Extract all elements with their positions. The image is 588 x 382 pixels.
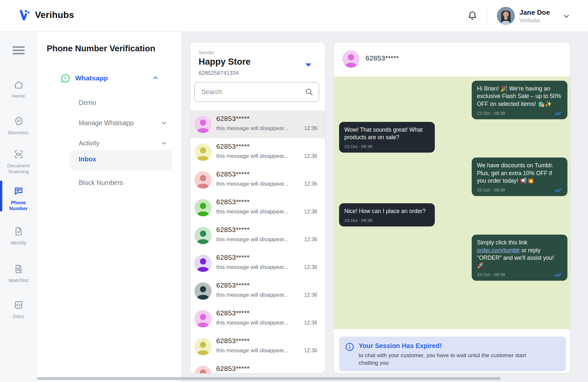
conversation-number: 62853***** bbox=[216, 198, 250, 206]
chat-contact-number: 62853***** bbox=[366, 54, 399, 62]
conversation-number: 62853***** bbox=[216, 170, 250, 178]
conversation-preview: this message will disappear... bbox=[216, 181, 288, 187]
verihubs-logo-icon bbox=[18, 8, 31, 22]
nav-item-label: Manage Whatsapp bbox=[79, 119, 134, 126]
notification-bell-icon[interactable] bbox=[467, 10, 478, 21]
conversation-time: 12:36 bbox=[304, 348, 317, 354]
conversation-panel: Sender Happy Store 6285256741334 62853**… bbox=[190, 42, 325, 373]
chevron-down-icon[interactable] bbox=[161, 140, 168, 147]
conversation-preview: this message will disappear... bbox=[216, 125, 288, 132]
svg-text:AI: AI bbox=[17, 119, 20, 123]
nav-item-inbox[interactable]: Inbox bbox=[70, 150, 172, 170]
sidebar-item-label: Docs bbox=[0, 313, 37, 319]
message-text: Wow! That sounds great! What products ar… bbox=[344, 126, 430, 141]
sender-dropdown-caret-icon[interactable] bbox=[305, 63, 311, 67]
message-timestamp: 23 Oct - 09:39 bbox=[344, 144, 372, 149]
app-root: Verihubs Jane Doe Verihubs bbox=[0, 0, 588, 382]
message-text: Nice! How can I place an order? bbox=[344, 208, 430, 215]
conversation-list-item[interactable]: 62853*****this message will disappear...… bbox=[190, 277, 325, 305]
phone-number-icon bbox=[13, 186, 24, 196]
conversation-list-item[interactable]: 62853***** bbox=[190, 360, 325, 373]
message-text: Simply click this link order.com/tumblr … bbox=[477, 239, 562, 269]
contact-avatar bbox=[194, 282, 212, 300]
message-text: Hi Brian! 🎉 We're having an exclusive Fl… bbox=[477, 85, 562, 108]
nav-item-block-numbers[interactable]: Block Numbers bbox=[79, 179, 172, 187]
sidebar-item-label: Document Scanning bbox=[0, 163, 37, 175]
sender-label: Sender bbox=[199, 50, 214, 55]
conversation-list-item[interactable]: 62853*****this message will disappear...… bbox=[190, 222, 325, 249]
sidebar-item-biometric[interactable]: AIBiometric bbox=[0, 116, 37, 136]
user-org: Verihubs bbox=[519, 18, 540, 24]
user-name: Jane Doe bbox=[519, 8, 550, 16]
conversation-number: 62853***** bbox=[216, 337, 250, 345]
outgoing-message-bubble: Simply click this link order.com/tumblr … bbox=[472, 235, 567, 281]
nav-item-label: Inbox bbox=[79, 156, 96, 163]
sidebar-item-home[interactable]: Home bbox=[0, 79, 37, 99]
search-icon[interactable] bbox=[305, 88, 314, 96]
brand-logo[interactable]: Verihubs bbox=[18, 8, 74, 22]
nav-item-demo[interactable]: Demo bbox=[79, 99, 172, 107]
sidebar-item-watchlist[interactable]: Watchlist bbox=[0, 264, 37, 283]
message-timestamp: 23 Oct - 09:39 bbox=[477, 188, 505, 192]
conversation-time: 12:36 bbox=[304, 181, 317, 187]
conversation-list-item[interactable]: 62853*****this message will disappear...… bbox=[190, 333, 325, 360]
nav-whatsapp-group[interactable]: Whatsapp bbox=[60, 72, 168, 85]
whatsapp-chevron-up-icon[interactable] bbox=[152, 74, 159, 81]
user-menu-chevron-down-icon[interactable] bbox=[563, 12, 570, 20]
user-avatar[interactable] bbox=[497, 7, 515, 25]
sidebar-item-phone-number[interactable]: Phone Number bbox=[0, 186, 37, 212]
sidebar-item-identity[interactable]: Identity bbox=[0, 226, 37, 246]
watchlist-icon bbox=[13, 264, 24, 274]
contact-avatar bbox=[194, 310, 212, 327]
sender-name: Happy Store bbox=[199, 57, 251, 67]
conversation-number: 62853***** bbox=[216, 115, 250, 123]
chat-message-area: Hi Brian! 🎉 We're having an exclusive Fl… bbox=[334, 76, 570, 329]
conversation-time: 12:36 bbox=[304, 237, 317, 242]
conversation-list-item[interactable]: 62853*****this message will disappear...… bbox=[190, 138, 325, 166]
conversation-preview: this message will disappear... bbox=[216, 236, 288, 243]
nav-item-activity[interactable]: Activity bbox=[79, 140, 172, 147]
conversation-list-item[interactable]: 62853*****this message will disappear...… bbox=[190, 305, 325, 333]
read-receipt-double-check-icon bbox=[554, 272, 562, 277]
search-box bbox=[194, 82, 319, 102]
icon-sidebar: HomeAIBiometricDocument ScanningPhone Nu… bbox=[0, 32, 37, 382]
conversation-time: 12:36 bbox=[304, 320, 317, 326]
chevron-down-icon[interactable] bbox=[161, 120, 168, 126]
conversation-preview: this message will disappear... bbox=[216, 208, 288, 215]
conversation-list-item[interactable]: 62853*****this message will disappear...… bbox=[190, 194, 325, 222]
conversation-list-item[interactable]: 62853*****this message will disappear...… bbox=[190, 249, 325, 277]
contact-avatar bbox=[194, 143, 212, 161]
nav-item-label: Activity bbox=[79, 140, 99, 147]
search-input[interactable] bbox=[201, 82, 302, 101]
chat-contact-avatar bbox=[342, 50, 360, 68]
conversation-time: 12:36 bbox=[304, 125, 317, 131]
sidebar-item-docs[interactable]: Docs bbox=[0, 300, 37, 319]
conversation-preview: this message will disappear... bbox=[216, 153, 288, 159]
contact-avatar bbox=[194, 366, 212, 373]
identity-icon bbox=[13, 226, 24, 237]
nav-item-manage-whatsapp[interactable]: Manage Whatsapp bbox=[79, 119, 172, 127]
conversation-list-item[interactable]: 62853*****this message will disappear...… bbox=[190, 110, 325, 138]
session-expired-banner: Your Session Has Expired! to chat with y… bbox=[339, 337, 566, 371]
message-timestamp: 23 Oct - 09:39 bbox=[477, 272, 505, 277]
sidebar-item-label: Biometric bbox=[0, 130, 37, 136]
message-link[interactable]: order.com/tumblr bbox=[477, 247, 520, 254]
sidebar-item-label: Identity bbox=[0, 240, 37, 246]
contact-avatar bbox=[194, 227, 212, 244]
read-receipt-double-check-icon bbox=[554, 188, 562, 192]
message-timestamp: 23 Oct - 09:39 bbox=[477, 111, 505, 116]
conversation-list-item[interactable]: 62853*****this message will disappear...… bbox=[190, 166, 325, 194]
conversation-list: 62853*****this message will disappear...… bbox=[190, 110, 325, 373]
contact-avatar bbox=[194, 338, 212, 355]
contact-avatar bbox=[194, 255, 212, 272]
whatsapp-icon bbox=[60, 73, 71, 83]
sidebar-item-document-scanning[interactable]: Document Scanning bbox=[0, 149, 37, 175]
conversation-time: 12:36 bbox=[304, 153, 317, 159]
page-title: Phone Number Verification bbox=[47, 43, 155, 54]
hamburger-menu-icon[interactable] bbox=[12, 46, 25, 55]
conversation-number: 62853***** bbox=[216, 226, 250, 234]
outgoing-message-bubble: We have discounts on Tumblr. Plus, get a… bbox=[472, 158, 567, 196]
incoming-message-bubble: Nice! How can I place an order?23 Oct - … bbox=[339, 203, 435, 226]
active-indicator bbox=[0, 181, 2, 211]
horizontal-scrollbar[interactable] bbox=[37, 377, 501, 380]
